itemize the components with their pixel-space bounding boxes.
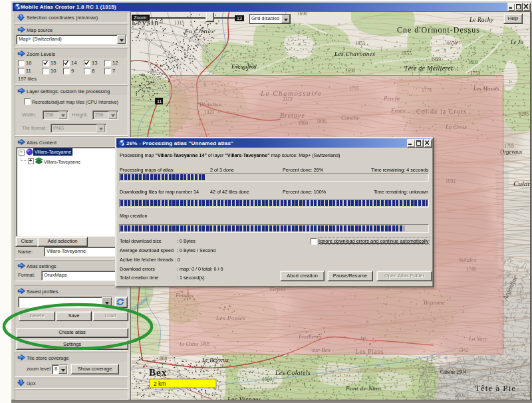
svg-text:2 km: 2 km <box>154 380 166 387</box>
svg-text:Evergillod: Evergillod <box>231 63 257 70</box>
svg-text:1315: 1315 <box>174 20 184 26</box>
svg-text:1939: 1939 <box>431 57 441 63</box>
svg-text:11: 11 <box>157 98 162 104</box>
svg-text:1600: 1600 <box>468 59 478 65</box>
svg-text:Cne d'Ormont-Dessus: Cne d'Ormont-Dessus <box>397 25 480 35</box>
svg-text:1670: 1670 <box>447 41 457 47</box>
svg-text:Les Chavonnes: Les Chavonnes <box>334 51 375 57</box>
svg-text:1690: 1690 <box>297 11 307 17</box>
svg-text:Culan: Culan <box>513 180 530 188</box>
svg-text:Le Bévieux: Le Bévieux <box>201 356 229 363</box>
svg-text:1853: 1853 <box>355 41 365 47</box>
svg-text:Bex: Bex <box>149 367 167 378</box>
svg-text:Cabane 2904: Cabane 2904 <box>440 369 467 375</box>
svg-text:1600: 1600 <box>262 376 272 382</box>
svg-text:Le Jo: Le Jo <box>510 39 523 45</box>
svg-text:1295: 1295 <box>519 111 529 117</box>
svg-text:Tête de Meilleret: Tête de Meilleret <box>404 65 453 72</box>
svg-text:Les Colatels: Les Colatels <box>275 370 311 376</box>
svg-text:1795: 1795 <box>504 143 514 149</box>
svg-text:2000: 2000 <box>455 392 466 398</box>
svg-text:Tête à Pie: Tête à Pie <box>475 383 516 393</box>
svg-text:Pont de Nant: Pont de Nant <box>345 385 382 392</box>
svg-text:688: 688 <box>160 356 168 362</box>
svg-text:1690: 1690 <box>345 68 355 74</box>
svg-text:Le Rachy: Le Rachy <box>469 17 493 23</box>
svg-text:En Crettax: En Crettax <box>184 28 214 35</box>
svg-text:Orgevaux: Orgevaux <box>500 148 522 155</box>
svg-text:1555: 1555 <box>402 51 412 57</box>
